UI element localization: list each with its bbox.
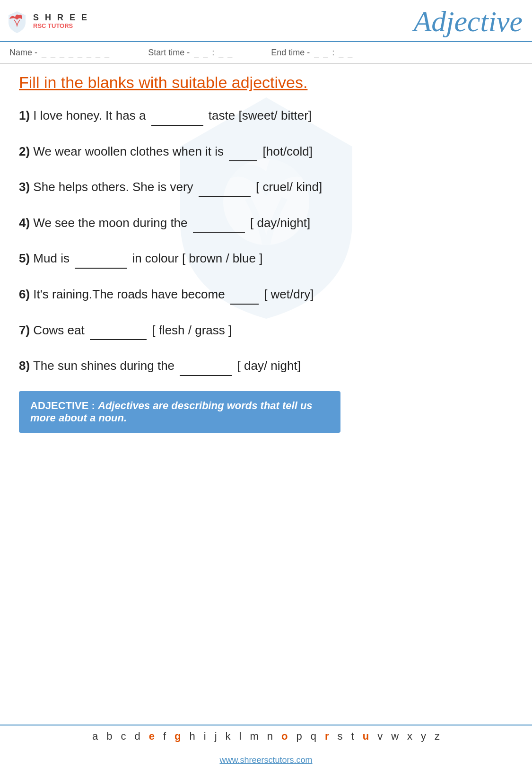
q8-text-after: [ day/ night]	[237, 358, 301, 373]
alpha-letter-i: i	[204, 730, 206, 743]
logo-area: S H R E E RSC TUTORS	[5, 9, 89, 34]
q7-blank	[90, 320, 147, 341]
logo-icon	[5, 9, 29, 34]
q1-num: 1)	[19, 108, 30, 122]
name-label: Name - _ _ _ _ _ _ _ _	[9, 48, 110, 58]
info-row: Name - _ _ _ _ _ _ _ _ Start time - _ _ …	[0, 42, 532, 64]
alpha-letter-w: w	[391, 730, 399, 743]
alpha-letter-j: j	[215, 730, 217, 743]
q6-num: 6)	[19, 287, 30, 301]
alpha-letter-r: r	[325, 730, 329, 743]
alphabet-row: abcdefghijklmnopqrstuvwxyz	[0, 725, 532, 747]
header: S H R E E RSC TUTORS Adjective	[0, 0, 532, 42]
q2-num: 2)	[19, 144, 30, 158]
alpha-letter-d: d	[134, 730, 140, 743]
question-7: 7) Cows eat [ flesh / grass ]	[19, 320, 513, 341]
main-content: Fill in the blanks with suitable adjecti…	[0, 64, 532, 451]
q3-num: 3)	[19, 180, 30, 194]
q2-text-before: We wear woollen clothes when it is	[33, 144, 227, 158]
alpha-letter-f: f	[163, 730, 166, 743]
question-6: 6) It's raining.The roads have become [ …	[19, 284, 513, 305]
q6-blank	[230, 284, 259, 305]
q1-text-before: I love honey. It has a	[33, 108, 149, 122]
q5-blank	[75, 248, 127, 269]
question-8: 8) The sun shines during the [ day/ nigh…	[19, 355, 513, 376]
q6-text-before: It's raining.The roads have become	[33, 287, 228, 301]
question-5: 5) Mud is in colour [ brown / blue ]	[19, 248, 513, 269]
alpha-letter-s: s	[338, 730, 343, 743]
question-3: 3) She helps others. She is very [ cruel…	[19, 176, 513, 197]
q3-blank	[199, 176, 251, 197]
alpha-letter-a: a	[92, 730, 98, 743]
q8-num: 8)	[19, 358, 30, 373]
q7-text-before: Cows eat	[33, 323, 88, 337]
alpha-letter-x: x	[407, 730, 412, 743]
logo-rsc-text: RSC TUTORS	[33, 23, 89, 29]
q3-text-before: She helps others. She is very	[33, 180, 196, 194]
question-2: 2) We wear woollen clothes when it is [h…	[19, 141, 513, 162]
question-4: 4) We see the moon during the [ day/nigh…	[19, 212, 513, 233]
q2-blank	[229, 141, 257, 162]
alpha-letter-o: o	[281, 730, 288, 743]
alpha-letter-l: l	[239, 730, 242, 743]
alpha-letter-q: q	[311, 730, 316, 743]
alpha-letter-e: e	[149, 730, 155, 743]
alpha-letter-t: t	[351, 730, 354, 743]
q7-text-after: [ flesh / grass ]	[152, 323, 232, 337]
q5-text-after: in colour [ brown / blue ]	[132, 251, 262, 265]
alpha-letter-g: g	[174, 730, 181, 743]
alpha-letter-z: z	[435, 730, 440, 743]
q1-text-after: taste [sweet/ bitter]	[209, 108, 312, 122]
alpha-letter-u: u	[363, 730, 369, 743]
end-time-label: End time - _ _ : _ _	[271, 48, 353, 58]
logo-text: S H R E E RSC TUTORS	[33, 13, 89, 29]
alpha-letter-m: m	[250, 730, 258, 743]
q3-text-after: [ cruel/ kind]	[256, 180, 322, 194]
q6-text-after: [ wet/dry]	[264, 287, 314, 301]
alpha-letter-c: c	[121, 730, 126, 743]
footer-url[interactable]: www.shreersctutors.com	[0, 755, 532, 765]
q4-blank	[193, 212, 245, 233]
q4-text-after: [ day/night]	[250, 216, 310, 230]
q4-num: 4)	[19, 216, 30, 230]
q7-num: 7)	[19, 323, 30, 337]
start-time-label: Start time - _ _ : _ _	[148, 48, 233, 58]
q8-text-before: The sun shines during the	[33, 358, 178, 373]
section-title: Fill in the blanks with suitable adjecti…	[19, 73, 513, 92]
q1-blank	[151, 105, 203, 126]
page-title: Adjective	[413, 5, 523, 38]
alpha-letter-v: v	[377, 730, 383, 743]
alpha-letter-h: h	[190, 730, 195, 743]
question-1: 1) I love honey. It has a taste [sweet/ …	[19, 105, 513, 126]
alpha-letter-b: b	[106, 730, 112, 743]
definition-box: ADJECTIVE : Adjectives are describing wo…	[19, 391, 340, 433]
alpha-letter-n: n	[267, 730, 273, 743]
q4-text-before: We see the moon during the	[33, 216, 191, 230]
q5-num: 5)	[19, 251, 30, 265]
alpha-letter-p: p	[297, 730, 302, 743]
alpha-letter-k: k	[226, 730, 231, 743]
q5-text-before: Mud is	[33, 251, 73, 265]
q8-blank	[180, 355, 232, 376]
q2-text-after: [hot/cold]	[263, 144, 313, 158]
logo-shree-text: S H R E E	[33, 13, 89, 23]
def-label: ADJECTIVE :	[30, 400, 98, 411]
alpha-letter-y: y	[421, 730, 426, 743]
